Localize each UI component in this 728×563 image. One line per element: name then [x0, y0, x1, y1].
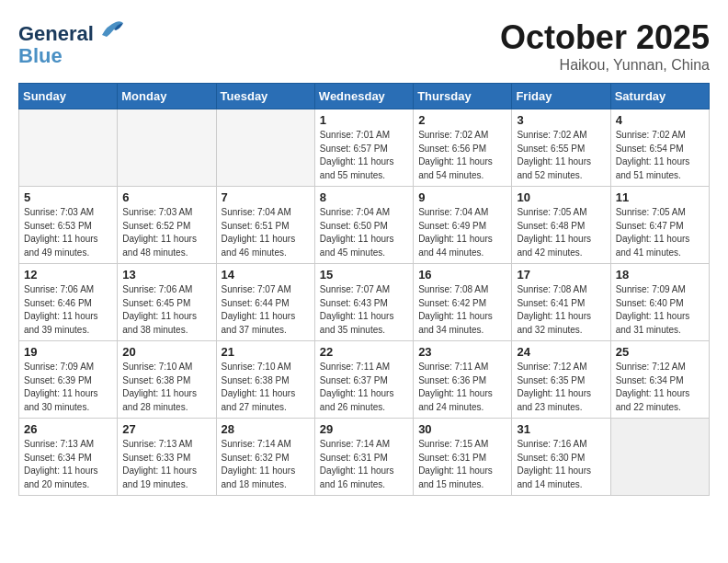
day-info: Sunrise: 7:15 AM Sunset: 6:31 PM Dayligh…: [418, 438, 506, 491]
day-number: 21: [222, 345, 310, 359]
day-info: Sunrise: 7:09 AM Sunset: 6:40 PM Dayligh…: [616, 283, 704, 337]
day-number: 5: [24, 190, 112, 204]
day-info: Sunrise: 7:12 AM Sunset: 6:34 PM Dayligh…: [616, 361, 704, 414]
day-number: 26: [24, 422, 112, 436]
day-info: Sunrise: 7:06 AM Sunset: 6:46 PM Dayligh…: [24, 283, 112, 337]
day-number: 2: [418, 113, 506, 127]
day-number: 31: [517, 422, 605, 436]
day-info: Sunrise: 7:11 AM Sunset: 6:37 PM Dayligh…: [320, 361, 408, 414]
day-info: Sunrise: 7:14 AM Sunset: 6:31 PM Dayligh…: [320, 438, 408, 491]
day-cell: [610, 419, 709, 496]
logo: General Blue: [18, 18, 125, 67]
calendar-table: SundayMondayTuesdayWednesdayThursdayFrid…: [18, 83, 710, 496]
week-row-3: 12Sunrise: 7:06 AM Sunset: 6:46 PM Dayli…: [19, 264, 710, 341]
day-cell: 26Sunrise: 7:13 AM Sunset: 6:34 PM Dayli…: [19, 419, 118, 496]
month-title: October 2025: [500, 18, 710, 57]
day-cell: 22Sunrise: 7:11 AM Sunset: 6:37 PM Dayli…: [314, 341, 413, 419]
day-number: 28: [222, 422, 310, 436]
day-cell: 19Sunrise: 7:09 AM Sunset: 6:39 PM Dayli…: [19, 341, 118, 419]
day-info: Sunrise: 7:07 AM Sunset: 6:43 PM Dayligh…: [320, 283, 408, 337]
day-info: Sunrise: 7:09 AM Sunset: 6:39 PM Dayligh…: [24, 361, 112, 414]
day-info: Sunrise: 7:14 AM Sunset: 6:32 PM Dayligh…: [222, 438, 310, 491]
day-number: 30: [418, 422, 506, 436]
title-block: October 2025 Haikou, Yunnan, China: [500, 18, 710, 74]
day-info: Sunrise: 7:03 AM Sunset: 6:53 PM Dayligh…: [24, 206, 112, 259]
day-number: 29: [320, 422, 408, 436]
day-info: Sunrise: 7:05 AM Sunset: 6:48 PM Dayligh…: [517, 206, 605, 259]
day-number: 4: [616, 113, 704, 127]
day-info: Sunrise: 7:04 AM Sunset: 6:50 PM Dayligh…: [320, 206, 408, 259]
day-number: 9: [418, 190, 506, 204]
day-cell: 3Sunrise: 7:02 AM Sunset: 6:55 PM Daylig…: [512, 109, 610, 187]
day-info: Sunrise: 7:02 AM Sunset: 6:55 PM Dayligh…: [517, 129, 605, 182]
day-info: Sunrise: 7:10 AM Sunset: 6:38 PM Dayligh…: [222, 361, 310, 414]
day-cell: 4Sunrise: 7:02 AM Sunset: 6:54 PM Daylig…: [610, 109, 709, 187]
day-info: Sunrise: 7:03 AM Sunset: 6:52 PM Dayligh…: [122, 206, 210, 259]
week-row-5: 26Sunrise: 7:13 AM Sunset: 6:34 PM Dayli…: [19, 419, 710, 496]
day-cell: 6Sunrise: 7:03 AM Sunset: 6:52 PM Daylig…: [118, 187, 216, 264]
week-row-1: 1Sunrise: 7:01 AM Sunset: 6:57 PM Daylig…: [19, 109, 710, 187]
day-number: 16: [418, 268, 506, 282]
day-number: 20: [122, 345, 210, 359]
day-info: Sunrise: 7:02 AM Sunset: 6:56 PM Dayligh…: [418, 129, 506, 182]
day-cell: 29Sunrise: 7:14 AM Sunset: 6:31 PM Dayli…: [314, 419, 413, 496]
day-info: Sunrise: 7:12 AM Sunset: 6:35 PM Dayligh…: [517, 361, 605, 414]
col-header-monday: Monday: [118, 84, 216, 109]
day-cell: 24Sunrise: 7:12 AM Sunset: 6:35 PM Dayli…: [512, 341, 610, 419]
day-cell: 15Sunrise: 7:07 AM Sunset: 6:43 PM Dayli…: [314, 264, 413, 341]
day-info: Sunrise: 7:04 AM Sunset: 6:51 PM Dayligh…: [222, 206, 310, 259]
logo-bird-icon: [97, 18, 125, 40]
day-info: Sunrise: 7:06 AM Sunset: 6:45 PM Dayligh…: [122, 283, 210, 337]
day-info: Sunrise: 7:16 AM Sunset: 6:30 PM Dayligh…: [517, 438, 605, 491]
col-header-thursday: Thursday: [414, 84, 512, 109]
day-cell: 28Sunrise: 7:14 AM Sunset: 6:32 PM Dayli…: [216, 419, 314, 496]
header-row: SundayMondayTuesdayWednesdayThursdayFrid…: [19, 84, 710, 109]
day-number: 22: [320, 345, 408, 359]
day-number: 3: [517, 113, 605, 127]
day-cell: 9Sunrise: 7:04 AM Sunset: 6:49 PM Daylig…: [414, 187, 512, 264]
day-info: Sunrise: 7:04 AM Sunset: 6:49 PM Dayligh…: [418, 206, 506, 259]
day-info: Sunrise: 7:08 AM Sunset: 6:41 PM Dayligh…: [517, 283, 605, 337]
logo-blue: Blue: [18, 45, 125, 67]
day-cell: 13Sunrise: 7:06 AM Sunset: 6:45 PM Dayli…: [118, 264, 216, 341]
location: Haikou, Yunnan, China: [500, 57, 710, 74]
day-info: Sunrise: 7:13 AM Sunset: 6:34 PM Dayligh…: [24, 438, 112, 491]
day-info: Sunrise: 7:13 AM Sunset: 6:33 PM Dayligh…: [122, 438, 210, 491]
day-cell: 10Sunrise: 7:05 AM Sunset: 6:48 PM Dayli…: [512, 187, 610, 264]
day-number: 24: [517, 345, 605, 359]
day-number: 27: [122, 422, 210, 436]
day-info: Sunrise: 7:11 AM Sunset: 6:36 PM Dayligh…: [418, 361, 506, 414]
day-cell: 12Sunrise: 7:06 AM Sunset: 6:46 PM Dayli…: [19, 264, 118, 341]
day-info: Sunrise: 7:01 AM Sunset: 6:57 PM Dayligh…: [320, 129, 408, 182]
day-cell: 25Sunrise: 7:12 AM Sunset: 6:34 PM Dayli…: [610, 341, 709, 419]
day-number: 15: [320, 268, 408, 282]
day-cell: [216, 109, 314, 187]
day-number: 1: [320, 113, 408, 127]
day-info: Sunrise: 7:02 AM Sunset: 6:54 PM Dayligh…: [616, 129, 704, 182]
day-number: 23: [418, 345, 506, 359]
day-cell: 21Sunrise: 7:10 AM Sunset: 6:38 PM Dayli…: [216, 341, 314, 419]
day-number: 17: [517, 268, 605, 282]
col-header-friday: Friday: [512, 84, 610, 109]
day-info: Sunrise: 7:07 AM Sunset: 6:44 PM Dayligh…: [222, 283, 310, 337]
day-cell: [19, 109, 118, 187]
day-cell: 31Sunrise: 7:16 AM Sunset: 6:30 PM Dayli…: [512, 419, 610, 496]
col-header-tuesday: Tuesday: [216, 84, 314, 109]
day-cell: 5Sunrise: 7:03 AM Sunset: 6:53 PM Daylig…: [19, 187, 118, 264]
day-cell: 16Sunrise: 7:08 AM Sunset: 6:42 PM Dayli…: [414, 264, 512, 341]
logo-text: General: [18, 18, 125, 45]
day-cell: 20Sunrise: 7:10 AM Sunset: 6:38 PM Dayli…: [118, 341, 216, 419]
day-cell: [118, 109, 216, 187]
day-number: 18: [616, 268, 704, 282]
week-row-2: 5Sunrise: 7:03 AM Sunset: 6:53 PM Daylig…: [19, 187, 710, 264]
day-cell: 2Sunrise: 7:02 AM Sunset: 6:56 PM Daylig…: [414, 109, 512, 187]
day-cell: 7Sunrise: 7:04 AM Sunset: 6:51 PM Daylig…: [216, 187, 314, 264]
day-cell: 1Sunrise: 7:01 AM Sunset: 6:57 PM Daylig…: [314, 109, 413, 187]
day-cell: 17Sunrise: 7:08 AM Sunset: 6:41 PM Dayli…: [512, 264, 610, 341]
day-cell: 27Sunrise: 7:13 AM Sunset: 6:33 PM Dayli…: [118, 419, 216, 496]
col-header-saturday: Saturday: [610, 84, 709, 109]
day-cell: 8Sunrise: 7:04 AM Sunset: 6:50 PM Daylig…: [314, 187, 413, 264]
day-cell: 11Sunrise: 7:05 AM Sunset: 6:47 PM Dayli…: [610, 187, 709, 264]
day-number: 25: [616, 345, 704, 359]
day-cell: 18Sunrise: 7:09 AM Sunset: 6:40 PM Dayli…: [610, 264, 709, 341]
